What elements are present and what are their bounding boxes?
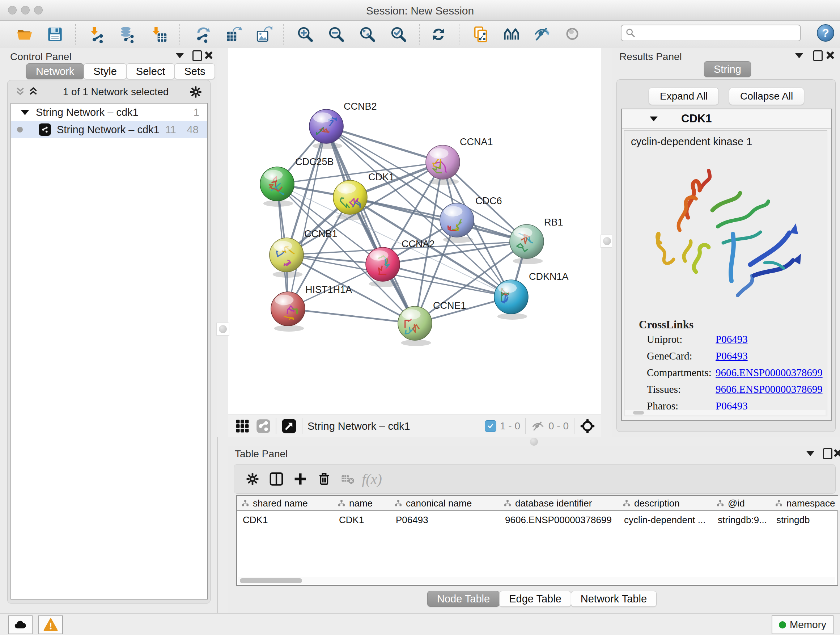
network-tree-root-row[interactable]: String Network – cdk1 1	[11, 103, 207, 121]
control-panel-float-icon[interactable]	[193, 50, 202, 61]
hide-selected-icon[interactable]	[533, 26, 551, 43]
selected-nodes-checkbox[interactable]	[485, 420, 496, 432]
results-panel-float-icon[interactable]	[813, 50, 823, 61]
expand-all-chevron-icon[interactable]	[28, 87, 39, 97]
search-input[interactable]	[636, 27, 793, 39]
birds-eye-view-icon[interactable]	[281, 418, 297, 434]
crosslink-link[interactable]: 9606.ENSP00000378699	[715, 367, 823, 379]
results-panel-close-icon[interactable]	[826, 51, 834, 59]
import-network-from-database-icon[interactable]	[118, 26, 136, 43]
show-all-icon[interactable]	[564, 26, 581, 43]
column-header-shared-name[interactable]: shared name	[237, 496, 333, 510]
table-hscrollbar[interactable]	[238, 577, 835, 584]
cloud-button[interactable]	[8, 616, 33, 634]
string-protein-query-icon[interactable]	[472, 26, 490, 43]
right-splitter-handle[interactable]	[600, 234, 614, 248]
network-graph[interactable]: CCNB2CCNA1CDC25BCDK1CDC6RB1CCNB1CCNA2CDK…	[228, 48, 601, 415]
cell-name[interactable]: CDK1	[339, 513, 388, 527]
delete-column-icon[interactable]	[312, 469, 336, 489]
table-panel-float-icon[interactable]	[823, 448, 832, 459]
toolbar-separator	[459, 24, 459, 44]
help-button[interactable]: ?	[817, 24, 834, 42]
cell-canonical-name[interactable]: P06493	[396, 513, 498, 527]
cell-namespace[interactable]: stringdb	[776, 513, 840, 527]
column-header-database-identifier[interactable]: database identifier	[499, 496, 619, 510]
tab-node-table[interactable]: Node Table	[427, 591, 500, 607]
tab-network[interactable]: Network	[26, 63, 84, 79]
control-panel-tabs: NetworkStyleSelectSets	[26, 63, 215, 79]
zoom-in-icon[interactable]	[297, 26, 314, 43]
cell-@id[interactable]: stringdb:9...	[718, 513, 769, 527]
network-tree-child-row[interactable]: String Network – cdk1 11 48	[11, 121, 207, 138]
zoom-selected-icon[interactable]	[390, 26, 407, 43]
memory-button[interactable]: Memory	[772, 616, 834, 634]
memory-label: Memory	[790, 619, 826, 631]
entry-expander-icon[interactable]	[650, 116, 658, 121]
import-table-icon[interactable]	[150, 26, 168, 43]
show-columns-icon[interactable]	[264, 469, 288, 489]
table-panel-close-icon[interactable]	[833, 448, 840, 457]
crosslink-link[interactable]: P06493	[715, 333, 748, 345]
search-field[interactable]	[621, 25, 801, 41]
table-toolbar: f(x)	[234, 464, 836, 494]
results-hscrollbar[interactable]	[625, 410, 826, 415]
column-header-@id[interactable]: @id	[712, 496, 771, 510]
export-table-icon[interactable]	[225, 26, 242, 43]
cell-shared-name[interactable]: CDK1	[243, 513, 332, 527]
crosslink-link[interactable]: 9606.ENSP00000378699	[715, 383, 823, 395]
edge-count: 48	[187, 124, 199, 136]
table-options-gear-icon[interactable]	[240, 469, 264, 489]
table-panel-minimize-icon[interactable]	[806, 451, 814, 456]
right-splitter[interactable]	[601, 48, 612, 437]
zoom-fit-icon[interactable]	[359, 26, 376, 43]
left-splitter-handle[interactable]	[216, 323, 229, 336]
export-image-icon[interactable]	[256, 26, 273, 43]
column-header-canonical-name[interactable]: canonical name	[390, 496, 500, 510]
tab-style[interactable]: Style	[84, 63, 126, 79]
apply-layout-icon[interactable]	[430, 26, 447, 43]
create-column-icon[interactable]	[288, 469, 312, 489]
delete-table-icon	[336, 469, 360, 489]
zoom-out-icon[interactable]	[328, 26, 345, 43]
warnings-button[interactable]	[38, 616, 63, 634]
entry-header-cdk1[interactable]: CDK1	[622, 109, 831, 128]
open-session-icon[interactable]	[16, 26, 33, 43]
tab-string[interactable]: String	[704, 61, 751, 77]
entry-description: cyclin-dependent kinase 1	[631, 136, 752, 148]
network-options-gear-icon[interactable]	[189, 86, 202, 98]
horizontal-splitter-handle[interactable]	[530, 438, 538, 446]
fit-content-crosshair-icon[interactable]	[579, 418, 595, 434]
column-header-description[interactable]: description	[618, 496, 712, 510]
node-table[interactable]: shared namenamecanonical namedatabase id…	[236, 495, 838, 586]
cell-database-identifier[interactable]: 9606.ENSP00000378699	[505, 513, 617, 527]
cell-description[interactable]: cyclin-dependent ...	[624, 513, 711, 527]
svg-text:RB1: RB1	[544, 217, 563, 228]
entry-body: cyclin-dependent kinase 1	[624, 130, 827, 416]
tab-sets[interactable]: Sets	[174, 63, 215, 79]
network-collection-label: String Network – cdk1	[36, 106, 139, 119]
collapse-all-chevron-icon[interactable]	[15, 87, 26, 97]
column-header-name[interactable]: name	[333, 496, 390, 510]
network-view-mode-icon[interactable]	[256, 419, 271, 433]
collapse-all-button[interactable]: Collapse All	[729, 88, 804, 105]
left-splitter[interactable]	[218, 48, 228, 437]
network-canvas[interactable]: CCNB2CCNA1CDC25BCDK1CDC6RB1CCNB1CCNA2CDK…	[228, 48, 601, 415]
crosslink-link[interactable]: P06493	[715, 350, 748, 362]
tab-edge-table[interactable]: Edge Table	[499, 591, 571, 607]
export-network-icon[interactable]	[194, 26, 211, 43]
main-toolbar: ?	[0, 21, 840, 49]
import-network-icon[interactable]	[88, 26, 106, 43]
save-session-icon[interactable]	[46, 26, 64, 43]
grid-view-icon[interactable]	[235, 419, 249, 433]
tab-select[interactable]: Select	[126, 63, 175, 79]
horizontal-splitter[interactable]	[228, 437, 840, 446]
results-panel-minimize-icon[interactable]	[795, 53, 803, 58]
first-neighbors-icon[interactable]	[503, 26, 520, 43]
column-header-namespace[interactable]: namespace	[771, 496, 840, 510]
control-panel-close-icon[interactable]	[204, 51, 213, 59]
tab-network-table[interactable]: Network Table	[571, 591, 657, 607]
expand-all-button[interactable]: Expand All	[649, 88, 719, 105]
control-panel-minimize-icon[interactable]	[176, 53, 184, 58]
tree-expander-icon[interactable]	[21, 110, 29, 115]
protein-structure-image	[645, 156, 805, 308]
